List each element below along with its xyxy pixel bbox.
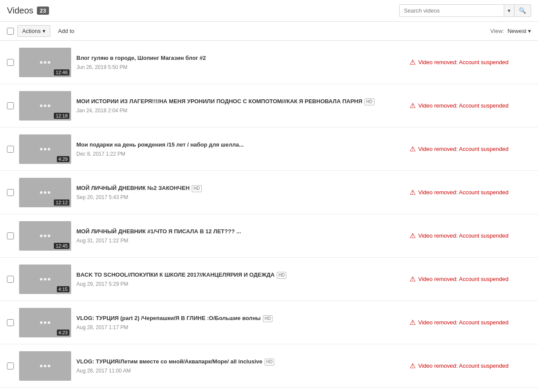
row-checkbox[interactable]: [7, 102, 14, 109]
page-title: Videos: [7, 6, 33, 16]
video-thumbnail[interactable]: 12:18: [19, 91, 71, 121]
row-checkbox[interactable]: [7, 146, 14, 153]
row-checkbox[interactable]: [7, 319, 14, 326]
row-checkbox[interactable]: [7, 363, 14, 369]
warning-icon: ⚠: [410, 101, 416, 110]
video-thumbnail[interactable]: 12:12: [19, 178, 71, 207]
video-status: ⚠ Video removed: Account suspended: [410, 362, 531, 370]
search-button[interactable]: 🔍: [514, 5, 531, 16]
warning-icon: ⚠: [410, 318, 416, 327]
hd-badge: HD: [277, 272, 286, 279]
video-title: BACK TO SCHOOL//ПОКУПКИ К ШКОЛЕ 2017//КА…: [76, 271, 404, 279]
row-checkbox[interactable]: [7, 189, 14, 196]
video-date: Jun 26, 2019 5:50 PM: [76, 64, 404, 70]
video-date: Jan 24, 2018 2:04 PM: [76, 108, 404, 114]
video-title: VLOG: ТУРЦИЯ (part 2) /Черепашки/Я В ГЛИ…: [76, 314, 404, 322]
duration-badge: 12:12: [54, 199, 69, 206]
video-row: 4:15 BACK TO SCHOOL//ПОКУПКИ К ШКОЛЕ 201…: [0, 258, 538, 301]
video-info: Мои подарки на день рождения /15 лет / н…: [76, 141, 404, 157]
thumbnail-dots-icon: [40, 105, 50, 107]
video-thumbnail[interactable]: 4:29: [19, 134, 71, 164]
select-all-checkbox[interactable]: [7, 28, 14, 35]
view-label: View:: [490, 28, 504, 34]
hd-badge: HD: [263, 315, 272, 322]
status-text: Video removed: Account suspended: [418, 146, 508, 152]
add-to-button[interactable]: Add to: [54, 26, 79, 36]
warning-icon: ⚠: [410, 188, 416, 196]
duration-badge: 4:15: [57, 286, 69, 292]
video-row: 4:23 VLOG: ТУРЦИЯ (part 2) /Черепашки/Я …: [0, 301, 538, 344]
actions-button[interactable]: Actions ▾: [17, 25, 50, 37]
chevron-down-icon: ▾: [508, 7, 511, 14]
video-date: Aug 31, 2017 1:22 PM: [76, 238, 404, 244]
row-checkbox[interactable]: [7, 59, 14, 66]
count-badge: 23: [37, 7, 49, 15]
page-container: Videos 23 ▾ 🔍 Actions ▾ Add to View:: [0, 0, 538, 392]
thumbnail-dots-icon: [40, 321, 50, 324]
video-title: МОИ ИСТОРИИ ИЗ ЛАГЕРЯ!!!/НА МЕНЯ УРОНИЛИ…: [76, 98, 404, 105]
video-info: BACK TO SCHOOL//ПОКУПКИ К ШКОЛЕ 2017//КА…: [76, 271, 404, 287]
status-text: Video removed: Account suspended: [418, 189, 508, 196]
video-date: Dec 8, 2017 1:22 PM: [76, 151, 404, 157]
video-row: 4:29 Мои подарки на день рождения /15 ле…: [0, 127, 538, 171]
video-status: ⚠ Video removed: Account suspended: [410, 145, 531, 153]
hd-badge: HD: [192, 185, 201, 192]
video-info: МОЙ ЛИЧНЫЙ ДНЕВНИК №2 ЗАКОНЧЕНHD Sep 20,…: [76, 184, 404, 200]
video-row: 12:18 МОИ ИСТОРИИ ИЗ ЛАГЕРЯ!!!/НА МЕНЯ У…: [0, 84, 538, 127]
header-bar: Videos 23 ▾ 🔍: [0, 0, 538, 22]
video-status: ⚠ Video removed: Account suspended: [410, 318, 531, 327]
warning-icon: ⚠: [410, 362, 416, 370]
video-title: МОЙ ЛИЧНЫЙ ДНЕВНИК №2 ЗАКОНЧЕНHD: [76, 184, 404, 192]
video-thumbnail[interactable]: 12:46: [19, 48, 71, 77]
status-text: Video removed: Account suspended: [418, 363, 508, 369]
search-container: ▾ 🔍: [399, 4, 531, 17]
duration-badge: 4:29: [57, 156, 69, 162]
chevron-down-icon: ▾: [43, 28, 46, 34]
toolbar-left: Actions ▾ Add to: [7, 25, 79, 37]
video-status: ⚠ Video removed: Account suspended: [410, 232, 531, 240]
video-row: 12:12 МОЙ ЛИЧНЫЙ ДНЕВНИК №2 ЗАКОНЧЕНHD S…: [0, 171, 538, 214]
row-checkbox[interactable]: [7, 276, 14, 283]
duration-badge: 12:45: [54, 243, 69, 249]
video-row: 12:46 Влог гуляю в городе, Шопинг Магази…: [0, 41, 538, 84]
video-status: ⚠ Video removed: Account suspended: [410, 101, 531, 110]
duration-badge: 12:18: [54, 113, 69, 119]
video-date: Sep 20, 2017 5:43 PM: [76, 194, 404, 200]
actions-label: Actions: [22, 28, 41, 34]
video-date: Aug 28, 2017 11:00 AM: [76, 368, 404, 374]
warning-icon: ⚠: [410, 145, 416, 153]
video-thumbnail[interactable]: 4:15: [19, 265, 71, 294]
add-to-label: Add to: [58, 28, 75, 34]
video-status: ⚠ Video removed: Account suspended: [410, 58, 531, 66]
video-thumbnail[interactable]: [19, 351, 71, 381]
thumbnail-dots-icon: [40, 148, 50, 150]
warning-icon: ⚠: [410, 58, 416, 66]
video-info: Влог гуляю в городе, Шопинг Магазин блог…: [76, 54, 404, 70]
video-date: Aug 28, 2017 1:17 PM: [76, 324, 404, 330]
status-text: Video removed: Account suspended: [418, 319, 508, 326]
view-dropdown[interactable]: Newest ▾: [508, 28, 531, 34]
chevron-down-icon: ▾: [528, 28, 531, 34]
warning-icon: ⚠: [410, 275, 416, 283]
video-thumbnail[interactable]: 4:23: [19, 308, 71, 337]
video-thumbnail[interactable]: 12:45: [19, 221, 71, 251]
thumbnail-dots-icon: [40, 191, 50, 194]
status-text: Video removed: Account suspended: [418, 232, 508, 239]
hd-badge: HD: [265, 359, 274, 366]
search-input[interactable]: [400, 5, 504, 16]
video-title: Влог гуляю в городе, Шопинг Магазин блог…: [76, 54, 404, 62]
video-status: ⚠ Video removed: Account suspended: [410, 275, 531, 283]
video-info: VLOG: ТУРЦИЯ/Летим вместе со мной/Аквапа…: [76, 358, 404, 373]
video-status: ⚠ Video removed: Account suspended: [410, 188, 531, 196]
search-dropdown-button[interactable]: ▾: [504, 5, 514, 16]
row-checkbox[interactable]: [7, 232, 14, 239]
status-text: Video removed: Account suspended: [418, 276, 508, 282]
video-row: VLOG: ТУРЦИЯ/Летим вместе со мной/Аквапа…: [0, 344, 538, 388]
thumbnail-dots-icon: [40, 61, 50, 64]
video-title: МОЙ ЛИЧНЫЙ ДНЕВНИК #1/ЧТО Я ПИСАЛА В 12 …: [76, 228, 404, 235]
video-title: VLOG: ТУРЦИЯ/Летим вместе со мной/Аквапа…: [76, 358, 404, 366]
video-date: Aug 29, 2017 5:29 PM: [76, 281, 404, 287]
video-row: 12:45 МОЙ ЛИЧНЫЙ ДНЕВНИК #1/ЧТО Я ПИСАЛА…: [0, 214, 538, 258]
video-title: Мои подарки на день рождения /15 лет / н…: [76, 141, 404, 149]
hd-badge: HD: [364, 98, 374, 105]
